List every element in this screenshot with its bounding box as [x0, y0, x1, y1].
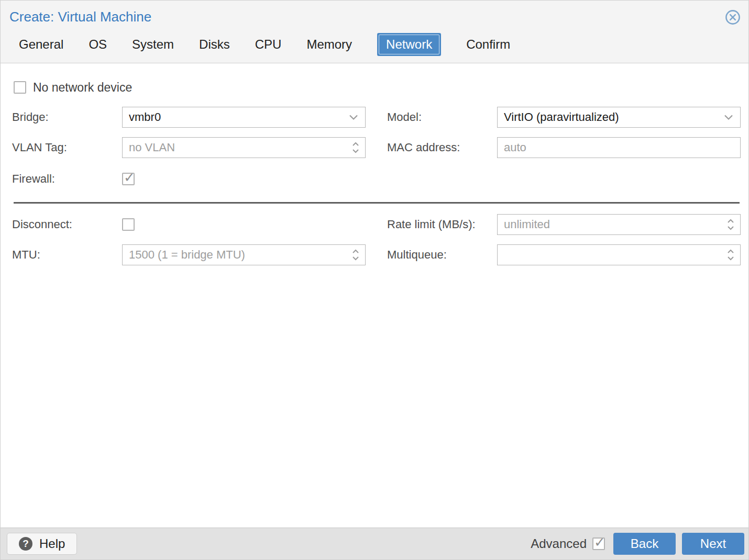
tab-memory[interactable]: Memory — [306, 37, 352, 52]
tab-os[interactable]: OS — [89, 37, 107, 52]
vlan-tag-spinner — [122, 137, 366, 158]
multiqueue-spinner-icons[interactable] — [727, 249, 734, 261]
next-button[interactable]: Next — [682, 533, 744, 555]
rate-limit-spinner — [497, 214, 741, 235]
multiqueue-input[interactable] — [497, 244, 741, 265]
advanced-section-divider — [14, 202, 740, 204]
advanced-toggle: Advanced — [531, 536, 605, 551]
bridge-model-row: Bridge: Model: — [12, 107, 740, 128]
vlan-tag-label: VLAN Tag: — [12, 141, 122, 154]
dialog-footer: ? Help Advanced Back Next — [1, 528, 748, 559]
dialog-header: Create: Virtual Machine — [1, 1, 748, 26]
wizard-tabbar: General OS System Disks CPU Memory Netwo… — [1, 26, 748, 63]
tab-system[interactable]: System — [132, 37, 174, 52]
vlan-mac-row: VLAN Tag: MAC address: — [12, 137, 740, 158]
model-label: Model: — [387, 110, 497, 124]
mac-address-label: MAC address: — [387, 141, 497, 154]
mtu-input[interactable] — [122, 244, 366, 265]
rate-limit-spinner-icons[interactable] — [727, 219, 734, 230]
disconnect-ratelimit-row: Disconnect: Rate limit (MB/s): — [12, 214, 740, 235]
help-button[interactable]: ? Help — [7, 533, 77, 555]
mac-address-field — [497, 137, 741, 158]
mtu-label: MTU: — [12, 248, 122, 262]
rate-limit-input[interactable] — [497, 214, 741, 235]
disconnect-checkbox[interactable] — [122, 218, 135, 231]
firewall-checkbox[interactable] — [122, 173, 135, 185]
model-combobox — [497, 107, 741, 128]
disconnect-label: Disconnect: — [12, 218, 122, 231]
help-button-label: Help — [39, 536, 65, 551]
firewall-label: Firewall: — [12, 172, 122, 186]
advanced-checkbox[interactable] — [592, 537, 605, 550]
tab-cpu[interactable]: CPU — [255, 37, 282, 52]
advanced-label: Advanced — [531, 536, 587, 551]
bridge-input[interactable] — [122, 107, 366, 128]
network-tab-panel: No network device Bridge: Model: VLAN T — [1, 63, 748, 528]
footer-actions: Advanced Back Next — [531, 533, 744, 555]
vlan-tag-input[interactable] — [122, 137, 366, 158]
rate-limit-label: Rate limit (MB/s): — [387, 218, 497, 231]
close-icon — [724, 9, 741, 26]
vlan-tag-spinner-icons[interactable] — [352, 142, 359, 153]
bridge-combobox — [122, 107, 366, 128]
bridge-label: Bridge: — [12, 110, 122, 124]
tab-general[interactable]: General — [19, 37, 63, 52]
tab-confirm[interactable]: Confirm — [466, 37, 510, 52]
mtu-spinner — [122, 244, 366, 265]
no-network-device-checkbox[interactable] — [14, 81, 26, 94]
mtu-spinner-icons[interactable] — [352, 249, 359, 261]
no-network-device-row: No network device — [14, 81, 740, 94]
firewall-row: Firewall: — [12, 172, 740, 186]
multiqueue-spinner — [497, 244, 741, 265]
mac-address-input[interactable] — [497, 137, 741, 158]
tab-network[interactable]: Network — [377, 33, 441, 56]
multiqueue-label: Multiqueue: — [387, 248, 497, 262]
help-icon: ? — [19, 537, 32, 551]
model-dropdown-chevron-icon[interactable] — [724, 115, 733, 120]
create-vm-dialog: Create: Virtual Machine General OS Syste… — [0, 0, 749, 560]
model-input[interactable] — [497, 107, 741, 128]
mtu-multiqueue-row: MTU: Multiqueue: — [12, 244, 740, 265]
tab-disks[interactable]: Disks — [199, 37, 230, 52]
no-network-device-label: No network device — [33, 81, 132, 95]
bridge-dropdown-chevron-icon[interactable] — [349, 115, 358, 120]
close-button[interactable] — [724, 9, 741, 26]
back-button[interactable]: Back — [613, 533, 676, 555]
dialog-title: Create: Virtual Machine — [9, 9, 151, 25]
